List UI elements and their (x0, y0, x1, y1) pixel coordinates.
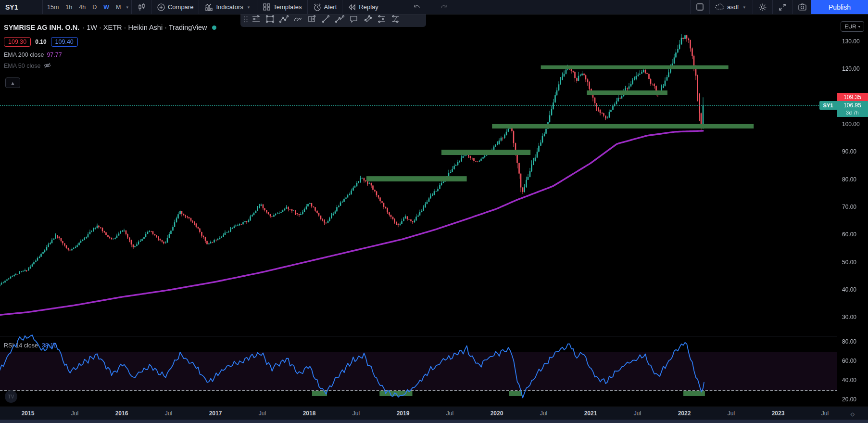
gear-icon (758, 3, 767, 12)
toolbar-divider (342, 0, 342, 14)
expand-arrows-icon (778, 3, 787, 12)
price-scale[interactable]: EUR ▾ 130.00120.00100.0090.0080.0070.006… (837, 14, 868, 407)
symbol-title[interactable]: SYMRISE AG INH. O.N. · 1W · XETR · Heiki… (4, 23, 216, 32)
buy-price-button[interactable]: 109.40 (51, 37, 78, 47)
time-axis-year-label: 2015 (22, 410, 35, 417)
indicators-label: Indicators (216, 3, 243, 11)
undo-button[interactable] (408, 0, 426, 14)
interval-chevron-down-icon[interactable]: ▾ (124, 0, 130, 14)
interval-d[interactable]: D (89, 0, 100, 14)
rsi-value: 38.16 (42, 342, 57, 349)
time-axis[interactable]: 2015Jul2016Jul2017Jul2018Jul2019Jul2020J… (0, 407, 868, 420)
compare-label: Compare (168, 3, 193, 11)
replay-rewind-icon (348, 3, 356, 11)
compare-button[interactable]: Compare (152, 0, 198, 14)
axis-settings-corner[interactable]: ☼ (837, 407, 868, 420)
time-axis-month-label: Jul (728, 410, 735, 417)
interval-1h[interactable]: 1h (62, 0, 75, 14)
templates-label: Templates (273, 3, 302, 11)
ema50-legend-row[interactable]: EMA 50 close (4, 63, 216, 69)
fullscreen-button[interactable] (774, 0, 791, 14)
time-axis-month-label: Jul (540, 410, 547, 417)
time-axis-year-label: 2020 (491, 410, 503, 417)
window-bottom-edge (0, 420, 868, 423)
spread-value: 0.10 (35, 38, 46, 45)
redo-button[interactable] (435, 0, 453, 14)
time-axis-year-label: 2022 (678, 410, 691, 417)
price-tick-label: 120.00 (842, 65, 860, 72)
alert-button[interactable]: Alert (309, 0, 341, 14)
rsi-legend-row[interactable]: RSI 14 close 38.16 (4, 342, 57, 349)
time-axis-year-label: 2021 (584, 410, 597, 417)
toolbar-divider (753, 0, 753, 14)
indicators-icon (204, 3, 214, 12)
time-axis-month-label: Jul (352, 410, 360, 417)
toolbar-divider (307, 0, 308, 14)
rsi-tick-label: 20.00 (842, 396, 856, 403)
time-axis-month-label: Jul (446, 410, 453, 417)
snapshot-button[interactable] (793, 0, 811, 14)
toolbar-divider (772, 0, 773, 14)
candlestick-style-icon (137, 3, 146, 12)
rsi-tick-label: 40.00 (842, 377, 856, 384)
price-tick-label: 60.00 (842, 231, 856, 238)
currency-toggle-button[interactable]: EUR ▾ (841, 21, 864, 32)
chart-legend: SYMRISE AG INH. O.N. · 1W · XETR · Heiki… (4, 23, 216, 69)
time-axis-year-label: 2017 (209, 410, 222, 417)
time-axis-year-label: 2019 (397, 410, 410, 417)
publish-button[interactable]: Publish (811, 0, 868, 14)
eye-hidden-icon[interactable] (43, 62, 51, 70)
current-price-label: 106.95 3d 7h (837, 101, 868, 117)
ema200-legend-row[interactable]: EMA 200 close 97.77 (4, 51, 216, 58)
interval-4h[interactable]: 4h (75, 0, 89, 14)
camera-icon (798, 3, 807, 11)
symbol-name: SYMRISE AG INH. O.N. (4, 24, 79, 31)
layout-name-label: asdf (727, 3, 739, 11)
cloud-save-button[interactable]: asdf ▾ (711, 0, 752, 14)
layout-chevron-down-icon: ▾ (741, 5, 747, 10)
toolbar-divider (42, 0, 43, 14)
indicators-button[interactable]: Indicators ▾ (200, 0, 256, 14)
price-tick-label: 30.00 (842, 314, 856, 320)
toolbar-divider (709, 0, 710, 14)
legend-collapse-button[interactable]: ▲ (5, 77, 20, 88)
time-axis-year-label: 2023 (772, 410, 785, 417)
interval-m[interactable]: M (113, 0, 124, 14)
current-price-value: 106.95 (843, 102, 861, 109)
price-tick-label: 90.00 (842, 148, 856, 155)
replay-button[interactable]: Replay (343, 0, 382, 14)
alarm-clock-icon (313, 3, 322, 12)
symbol-meta: · 1W · XETR · Heikin Ashi · TradingView (82, 24, 207, 31)
compare-plus-icon (157, 3, 165, 12)
toolbar-divider (151, 0, 151, 14)
symbol-search-button[interactable]: SY1 (0, 0, 41, 14)
symbol-price-tag: SY1 (819, 101, 837, 110)
rsi-tick-label: 80.00 (842, 338, 856, 345)
price-tick-label: 50.00 (842, 259, 856, 266)
layout-select-button[interactable] (692, 0, 708, 14)
market-status-dot-icon[interactable] (212, 26, 216, 30)
sun-theme-icon: ☼ (849, 410, 856, 418)
toolbar-divider (199, 0, 199, 14)
time-axis-month-label: Jul (821, 410, 829, 417)
top-toolbar: SY1 15m 1h 4h D W M ▾ (0, 0, 868, 14)
ema200-value: 97.77 (47, 51, 62, 58)
price-tick-label: 70.00 (842, 204, 856, 210)
rsi-label: RSI 14 close (4, 342, 38, 349)
time-axis-year-label: 2018 (303, 410, 316, 417)
chart-style-button[interactable] (133, 0, 150, 14)
bar-countdown: 3d 7h (846, 109, 858, 116)
interval-15m[interactable]: 15m (44, 0, 62, 14)
cloud-icon (715, 3, 725, 11)
chart-settings-button[interactable] (754, 0, 771, 14)
toolbar-divider (690, 0, 691, 14)
templates-button[interactable]: Templates (258, 0, 306, 14)
sell-price-button[interactable]: 109.30 (4, 37, 31, 47)
tradingview-chart-window: SY1 15m 1h 4h D W M ▾ (0, 0, 868, 423)
interval-w[interactable]: W (100, 0, 113, 14)
ema50-label: EMA 50 close (4, 63, 40, 69)
currency-chevron-down-icon: ▾ (858, 25, 860, 29)
price-tick-label: 100.00 (842, 121, 860, 128)
templates-grid-icon (263, 3, 271, 11)
time-axis-month-label: Jul (71, 410, 78, 417)
